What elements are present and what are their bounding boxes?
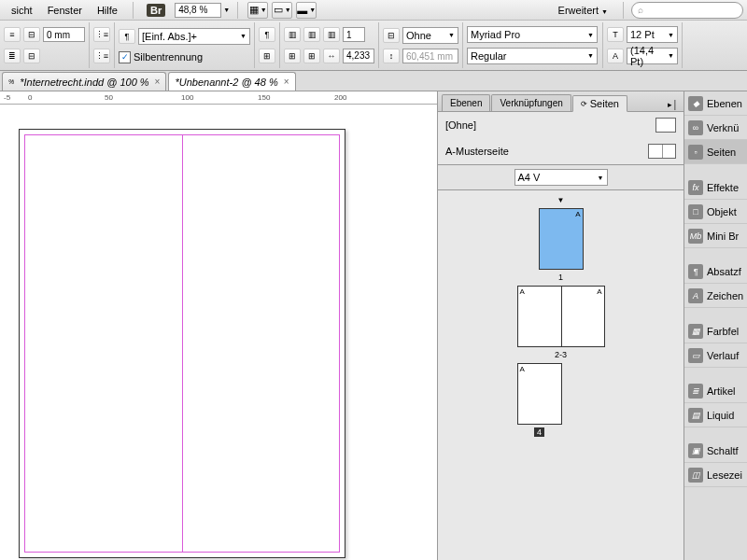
dock-label: Verknü [707, 122, 739, 133]
document-tabs: % *Internetrecht.indd @ 100 %× *Unbenann… [0, 71, 747, 91]
bridge-button[interactable]: Br [147, 4, 165, 17]
dock-seiten[interactable]: ▫Seiten [684, 140, 747, 164]
dock-icon: □ [688, 204, 703, 219]
menubar: sicht Fenster Hilfe Br 48,8 %▼ ▦▼ ▭▼ ▬▼ … [0, 0, 747, 21]
page-thumb-4[interactable]: A [517, 363, 562, 425]
search-input[interactable]: ⌕ [631, 2, 743, 19]
dock-verlauf[interactable]: ▭Verlauf [684, 343, 747, 368]
canvas[interactable]: -5 0 50 100 150 200 [0, 91, 437, 560]
misc-icon-2[interactable]: ⊞ [259, 49, 275, 63]
view-options-button[interactable]: ▦▼ [247, 2, 268, 19]
inset-icon-2[interactable]: ⊟ [23, 49, 40, 63]
font-select[interactable]: Myriad Pro▼ [467, 26, 598, 43]
height-icon: ↕ [383, 49, 400, 63]
zoom-field[interactable]: 48,8 %▼ [175, 3, 230, 18]
dock-label: Zeichen [707, 290, 743, 301]
dock-zeichen[interactable]: AZeichen [684, 284, 747, 308]
hyphenation-checkbox[interactable]: ✓ [119, 51, 131, 63]
page-number-4: 4 [534, 427, 544, 437]
cols-icon-b[interactable]: ▥ [303, 27, 320, 42]
dock-objekt[interactable]: □Objekt [684, 200, 747, 224]
dock-absatzf[interactable]: ¶Absatzf [684, 259, 747, 284]
close-icon[interactable]: × [284, 77, 289, 87]
hyphenation-label: Silbentrennung [134, 51, 203, 63]
document-tab-1[interactable]: % *Internetrecht.indd @ 100 %× [2, 72, 166, 91]
fontsize-icon: T [607, 27, 624, 42]
cols-icon-a[interactable]: ▥ [284, 27, 301, 42]
dock-label: Effekte [707, 182, 739, 193]
tab-ebenen[interactable]: Ebenen [442, 94, 490, 111]
masters-list: [Ohne] A-Musterseite [438, 112, 684, 165]
dock-icon: ▭ [688, 348, 703, 363]
gutter-icon-b[interactable]: ⊞ [303, 49, 320, 63]
tab-verknuepfungen[interactable]: Verknüpfungen [491, 94, 571, 111]
close-icon[interactable]: × [155, 77, 161, 87]
tab-seiten[interactable]: ⟳Seiten [572, 95, 627, 112]
list-icon-2[interactable]: ⋮≡ [93, 49, 110, 63]
dock-artikel[interactable]: ≣Artikel [684, 379, 747, 403]
dock-icon: ∞ [688, 120, 703, 135]
dock-farbfel[interactable]: ▦Farbfel [684, 319, 747, 343]
dock-icon: ▤ [688, 408, 703, 423]
height-field[interactable]: 60,451 mm [402, 49, 458, 63]
dock-schaltf[interactable]: ▣Schaltf [684, 439, 747, 463]
page-spread[interactable] [19, 129, 345, 558]
pstyle-icon: ¶ [119, 29, 135, 44]
dock-mini br[interactable]: MbMini Br [684, 224, 747, 248]
dock-icon: ¶ [688, 264, 703, 279]
leading-icon: A [607, 49, 624, 63]
panel-area: Ebenen Verknüpfungen ⟳Seiten ▸│ [Ohne] A… [437, 91, 747, 560]
page-size-row: A4 V▼ [438, 165, 684, 190]
dock-label: Farbfel [707, 326, 739, 337]
dock-icon: ≣ [688, 384, 703, 399]
dock-label: Artikel [707, 385, 736, 397]
page-size-select[interactable]: A4 V▼ [514, 169, 608, 186]
dock-icon: ◆ [688, 96, 703, 111]
search-icon: ⌕ [638, 5, 643, 15]
dock-effekte[interactable]: fxEffekte [684, 175, 747, 200]
collapse-panel-button[interactable]: ▸│ [662, 98, 684, 111]
dock-label: Absatzf [707, 266, 741, 277]
dock-lesezei[interactable]: ◫Lesezei [684, 463, 747, 487]
inset-icon[interactable]: ⊟ [23, 27, 40, 42]
master-none[interactable]: [Ohne] [438, 112, 684, 138]
dock-liquid[interactable]: ▤Liquid [684, 403, 747, 427]
page-thumb-2-3[interactable]: A A [517, 286, 605, 347]
fontsize-select[interactable]: 12 Pt▼ [627, 26, 678, 43]
align-left-icon[interactable]: ≡ [4, 27, 21, 42]
paragraph-style-select[interactable]: [Einf. Abs.]+▼ [138, 28, 250, 45]
textwrap-select[interactable]: Ohne▼ [402, 27, 458, 44]
dock-label: Ebenen [707, 98, 742, 109]
gutter-icon-a[interactable]: ⊞ [284, 49, 301, 63]
columns-field[interactable]: 1 [343, 27, 365, 42]
dock-icon: ▫ [688, 145, 703, 160]
menu-sicht[interactable]: sicht [4, 3, 40, 18]
align-icon-2[interactable]: ≣ [4, 49, 21, 63]
dock-icon: ▦ [688, 324, 703, 339]
panel-tabs: Ebenen Verknüpfungen ⟳Seiten ▸│ [438, 91, 684, 112]
leading-select[interactable]: (14,4 Pt)▼ [627, 48, 678, 64]
menu-fenster[interactable]: Fenster [40, 3, 90, 18]
master-a[interactable]: A-Musterseite [438, 138, 684, 164]
screen-mode-button[interactable]: ▭▼ [272, 2, 292, 19]
gutter-w-field[interactable]: 4,233 [343, 49, 374, 63]
master-thumb-a [648, 144, 676, 159]
offset-field[interactable]: 0 mm [43, 27, 85, 42]
horizontal-ruler[interactable]: -5 0 50 100 150 200 [0, 91, 437, 105]
pages-list[interactable]: ▼ A 1 A A 2-3 A 4 [438, 190, 684, 560]
page-number-1: 1 [558, 273, 563, 282]
list-icon[interactable]: ⋮≡ [93, 27, 110, 42]
page-thumb-1[interactable]: A [539, 208, 584, 270]
dock-ebenen[interactable]: ◆Ebenen [684, 91, 747, 116]
dock-verknü[interactable]: ∞Verknü [684, 116, 747, 140]
dock-label: Lesezei [707, 469, 742, 481]
page-number-2-3: 2-3 [555, 350, 567, 359]
document-tab-2[interactable]: *Unbenannt-2 @ 48 %× [168, 72, 295, 91]
dock-icon: Mb [688, 229, 703, 244]
misc-icon-1[interactable]: ¶ [259, 27, 275, 42]
font-weight-select[interactable]: Regular▼ [467, 48, 598, 64]
arrange-button[interactable]: ▬▼ [296, 2, 317, 19]
cols-count-icon: ▥ [323, 27, 340, 42]
menu-hilfe[interactable]: Hilfe [90, 3, 125, 18]
workspace-switcher[interactable]: Erweitert ▼ [551, 3, 615, 18]
